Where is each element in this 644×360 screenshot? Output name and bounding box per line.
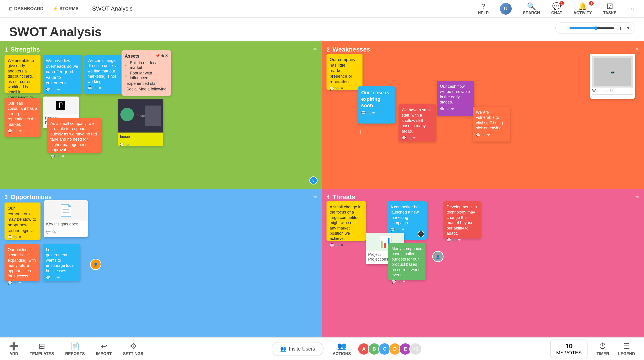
q2-title: Weaknesses bbox=[332, 46, 370, 53]
help-label: HELP bbox=[478, 10, 489, 15]
legend-action[interactable]: ☰ LEGEND bbox=[618, 342, 635, 356]
sticky-strengths-3[interactable]: We can change direction quickly if we fi… bbox=[84, 55, 124, 94]
q1-num: 1 bbox=[4, 46, 8, 53]
check-item-1: ✓ Built in our local market bbox=[125, 60, 168, 70]
chat-badge: 1 bbox=[560, 1, 564, 6]
more-nav[interactable]: ⋯ bbox=[628, 4, 635, 13]
reports-label: REPORTS bbox=[65, 352, 85, 356]
bottom-bar: ➕ ADD ⊞ TEMPLATES 📄 REPORTS ↩ IMPORT ⚙ S… bbox=[0, 338, 644, 360]
actions-action[interactable]: 👥 ACTIONS bbox=[332, 342, 351, 356]
zoom-in-button[interactable]: + bbox=[619, 24, 622, 32]
q2-edit-icon[interactable]: ✏ bbox=[636, 46, 640, 52]
timer-action[interactable]: ⏱ TIMER bbox=[596, 342, 609, 356]
q4-num: 4 bbox=[326, 194, 330, 201]
activity-nav[interactable]: 🔔 1 ACTIVITY bbox=[573, 2, 592, 15]
search-label: SEARCH bbox=[523, 10, 540, 15]
add-icon: ➕ bbox=[9, 342, 18, 350]
avatar-plus[interactable]: +1 bbox=[409, 343, 422, 355]
bottom-center: 👥 Invite Users 👥 ACTIONS A B C D E +1 bbox=[272, 342, 422, 356]
word-label: Key Insights.docx bbox=[44, 220, 88, 228]
photo-card-strengths[interactable]: Photo Image 💬 📎 bbox=[118, 99, 163, 146]
whiteboard-card[interactable]: 📷 Whiteboard 4 bbox=[590, 54, 635, 99]
q3-edit-icon[interactable]: ✏ bbox=[314, 194, 318, 200]
sticky-strengths-5[interactable]: As a small company, we are able to respo… bbox=[47, 118, 101, 153]
avatar-nav[interactable]: U bbox=[500, 3, 512, 14]
actions-icon: 👥 bbox=[337, 342, 346, 350]
q2-num: 2 bbox=[326, 46, 330, 53]
my-votes-button[interactable]: 10 MY VOTES bbox=[550, 340, 588, 358]
invite-users-button[interactable]: 👥 Invite Users bbox=[272, 342, 324, 356]
templates-label: TEMPLATES bbox=[30, 352, 54, 356]
sticky-opportunities-3[interactable]: Local government wants to encourage loca… bbox=[43, 244, 80, 281]
zoom-control: − + ▾ bbox=[555, 22, 635, 34]
help-nav[interactable]: ? HELP bbox=[478, 2, 489, 15]
nav-right: ? HELP U 🔍 SEARCH 💬 1 CHAT 🔔 1 ACTIVITY … bbox=[478, 2, 635, 15]
zoom-dropdown[interactable]: ▾ bbox=[627, 25, 629, 31]
sticky-weaknesses-3[interactable]: We have a small staff, with a shallow sk… bbox=[398, 104, 436, 142]
quadrant-header-threats: 4 Threats ✏ bbox=[326, 194, 640, 201]
tasks-label: TASKS bbox=[603, 10, 616, 15]
dashboard-nav[interactable]: ⊞ DASHBOARD bbox=[9, 6, 44, 12]
check-item-4: Social Media following bbox=[125, 87, 168, 92]
sticky-threats-4[interactable]: Many companies have smaller budgets for … bbox=[388, 243, 426, 280]
sticky-threats-3[interactable]: Developments in technology may change th… bbox=[444, 202, 481, 238]
nav-title: SWOT Analysis bbox=[92, 5, 132, 12]
import-action[interactable]: ↩ IMPORT bbox=[96, 342, 112, 356]
add-label: ADD bbox=[10, 352, 18, 356]
check-item-3: Experienced staff bbox=[125, 81, 168, 86]
settings-action[interactable]: ⚙ SETTINGS bbox=[123, 342, 143, 356]
q1-edit-icon[interactable]: ✏ bbox=[314, 46, 318, 52]
sticky-weaknesses-1[interactable]: Our company has little market presence o… bbox=[326, 54, 362, 90]
add-action[interactable]: ➕ ADD bbox=[9, 342, 18, 356]
dashboard-label[interactable]: DASHBOARD bbox=[14, 6, 44, 11]
zoom-out-button[interactable]: − bbox=[561, 24, 564, 32]
settings-label: SETTINGS bbox=[123, 352, 143, 356]
check-item-2: ✓ Popular with influencers bbox=[125, 71, 168, 80]
chat-nav[interactable]: 💬 1 CHAT bbox=[551, 2, 562, 15]
storms-nav[interactable]: ⚡ STORMS bbox=[52, 6, 78, 12]
reports-action[interactable]: 📄 REPORTS bbox=[65, 342, 85, 356]
nav-logo-group: ⊞ DASHBOARD ⚡ STORMS SWOT Analysis bbox=[9, 5, 132, 12]
invite-label: Invite Users bbox=[289, 346, 315, 352]
legend-label: LEGEND bbox=[618, 352, 635, 356]
sticky-strengths-1[interactable]: We are able to give early adopters a dis… bbox=[4, 55, 40, 93]
quadrant-header-weaknesses: 2 Weaknesses ✏ bbox=[326, 46, 640, 53]
storms-icon: ⚡ bbox=[52, 6, 58, 12]
sticky-opportunities-2[interactable]: Our business sector is expanding, with m… bbox=[4, 244, 40, 281]
activity-label: ACTIVITY bbox=[573, 10, 592, 15]
plus-icon-q2[interactable]: + bbox=[358, 127, 363, 137]
q4-edit-icon[interactable]: ✏ bbox=[636, 194, 640, 200]
tasks-nav[interactable]: ☑ TASKS bbox=[603, 2, 616, 15]
sticky-threats-1[interactable]: A small change in the focus of a large c… bbox=[326, 202, 366, 241]
votes-label: MY VOTES bbox=[556, 350, 582, 356]
top-nav: ⊞ DASHBOARD ⚡ STORMS SWOT Analysis ? HEL… bbox=[0, 0, 644, 18]
q4-title: Threats bbox=[332, 194, 355, 201]
sticky-strengths-4[interactable]: Our lead consultant has a strong reputat… bbox=[4, 98, 40, 137]
import-label: IMPORT bbox=[96, 352, 112, 356]
sticky-opportunities-1[interactable]: Our competitors may be slow to adopt new… bbox=[4, 202, 40, 240]
invite-icon: 👥 bbox=[280, 346, 286, 352]
q3-num: 3 bbox=[4, 194, 8, 201]
zoom-slider[interactable] bbox=[569, 26, 614, 30]
search-nav[interactable]: 🔍 SEARCH bbox=[523, 2, 540, 15]
user-avatar[interactable]: U bbox=[500, 3, 512, 14]
chat-label: CHAT bbox=[551, 10, 562, 15]
sticky-weaknesses-2[interactable]: Our lease is expiring soon 💬 📎 ❤ bbox=[358, 86, 395, 124]
timer-label: TIMER bbox=[596, 352, 609, 356]
sticky-strengths-2[interactable]: We have low overheads so we can offer go… bbox=[43, 55, 82, 94]
q1-title: Strengths bbox=[10, 46, 40, 53]
timer-icon: ⏱ bbox=[599, 342, 607, 350]
quadrant-strengths: 1 Strengths ✏ We are able to give early … bbox=[0, 42, 322, 189]
storms-label[interactable]: STORMS bbox=[60, 6, 78, 11]
sticky-weaknesses-5[interactable]: We are vulnerable to vital staff being s… bbox=[473, 107, 510, 142]
activity-icon: 🔔 bbox=[578, 2, 587, 10]
page-title: SWOT Analysis bbox=[0, 18, 644, 42]
assets-card[interactable]: Assets 📌 ⊕ ✖ ✓ Built in our local market… bbox=[122, 50, 171, 96]
reports-icon: 📄 bbox=[70, 342, 80, 350]
templates-action[interactable]: ⊞ TEMPLATES bbox=[30, 342, 54, 356]
sticky-weaknesses-4[interactable]: Our cash flow will be unreliable in the … bbox=[437, 81, 474, 116]
help-icon: ? bbox=[481, 2, 485, 10]
word-card[interactable]: 📄 Key Insights.docx 💬 📎 bbox=[44, 200, 88, 238]
presenter-dot-q1: U bbox=[310, 176, 318, 184]
assets-title: Assets 📌 ⊕ ✖ bbox=[125, 54, 168, 59]
